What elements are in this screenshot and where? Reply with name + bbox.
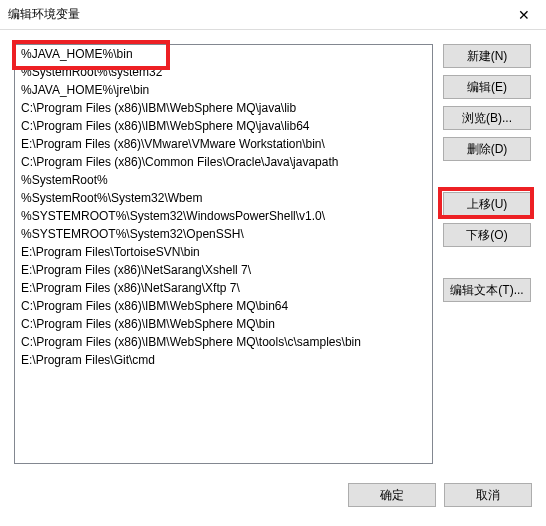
ok-button[interactable]: 确定 bbox=[348, 483, 436, 507]
list-item[interactable]: C:\Program Files (x86)\IBM\WebSphere MQ\… bbox=[15, 117, 432, 135]
list-item[interactable]: C:\Program Files (x86)\IBM\WebSphere MQ\… bbox=[15, 315, 432, 333]
path-list: %JAVA_HOME%\bin%SystemRoot%\system32%JAV… bbox=[15, 45, 432, 369]
delete-button[interactable]: 删除(D) bbox=[443, 137, 531, 161]
edit-button[interactable]: 编辑(E) bbox=[443, 75, 531, 99]
new-button[interactable]: 新建(N) bbox=[443, 44, 531, 68]
cancel-button[interactable]: 取消 bbox=[444, 483, 532, 507]
spacer bbox=[443, 168, 534, 192]
list-item[interactable]: E:\Program Files (x86)\NetSarang\Xftp 7\ bbox=[15, 279, 432, 297]
spacer bbox=[443, 254, 534, 278]
list-item[interactable]: %SYSTEMROOT%\System32\OpenSSH\ bbox=[15, 225, 432, 243]
footer: 确定 取消 bbox=[0, 470, 546, 520]
titlebar: 编辑环境变量 ✕ bbox=[0, 0, 546, 30]
list-item[interactable]: C:\Program Files (x86)\IBM\WebSphere MQ\… bbox=[15, 333, 432, 351]
list-item[interactable]: %JAVA_HOME%\bin bbox=[15, 45, 432, 63]
path-listbox[interactable]: %JAVA_HOME%\bin%SystemRoot%\system32%JAV… bbox=[14, 44, 433, 464]
list-item[interactable]: E:\Program Files (x86)\VMware\VMware Wor… bbox=[15, 135, 432, 153]
list-item[interactable]: %SystemRoot%\system32 bbox=[15, 63, 432, 81]
dialog-content: %JAVA_HOME%\bin%SystemRoot%\system32%JAV… bbox=[0, 30, 546, 470]
list-item[interactable]: %SYSTEMROOT%\System32\WindowsPowerShell\… bbox=[15, 207, 432, 225]
list-item[interactable]: E:\Program Files\Git\cmd bbox=[15, 351, 432, 369]
list-item[interactable]: E:\Program Files (x86)\NetSarang\Xshell … bbox=[15, 261, 432, 279]
list-item[interactable]: E:\Program Files\TortoiseSVN\bin bbox=[15, 243, 432, 261]
list-item[interactable]: C:\Program Files (x86)\IBM\WebSphere MQ\… bbox=[15, 297, 432, 315]
moveup-container: 上移(U) bbox=[443, 192, 534, 223]
movedown-button[interactable]: 下移(O) bbox=[443, 223, 531, 247]
list-item[interactable]: C:\Program Files (x86)\Common Files\Orac… bbox=[15, 153, 432, 171]
list-item[interactable]: C:\Program Files (x86)\IBM\WebSphere MQ\… bbox=[15, 99, 432, 117]
button-column: 新建(N) 编辑(E) 浏览(B)... 删除(D) 上移(U) 下移(O) 编… bbox=[443, 44, 534, 470]
browse-button[interactable]: 浏览(B)... bbox=[443, 106, 531, 130]
list-item[interactable]: %SystemRoot% bbox=[15, 171, 432, 189]
moveup-button[interactable]: 上移(U) bbox=[443, 192, 531, 216]
close-button[interactable]: ✕ bbox=[501, 0, 546, 30]
list-item[interactable]: %JAVA_HOME%\jre\bin bbox=[15, 81, 432, 99]
list-wrap: %JAVA_HOME%\bin%SystemRoot%\system32%JAV… bbox=[14, 44, 433, 470]
edittext-button[interactable]: 编辑文本(T)... bbox=[443, 278, 531, 302]
list-item[interactable]: %SystemRoot%\System32\Wbem bbox=[15, 189, 432, 207]
close-icon: ✕ bbox=[518, 7, 530, 23]
window-title: 编辑环境变量 bbox=[8, 6, 80, 23]
